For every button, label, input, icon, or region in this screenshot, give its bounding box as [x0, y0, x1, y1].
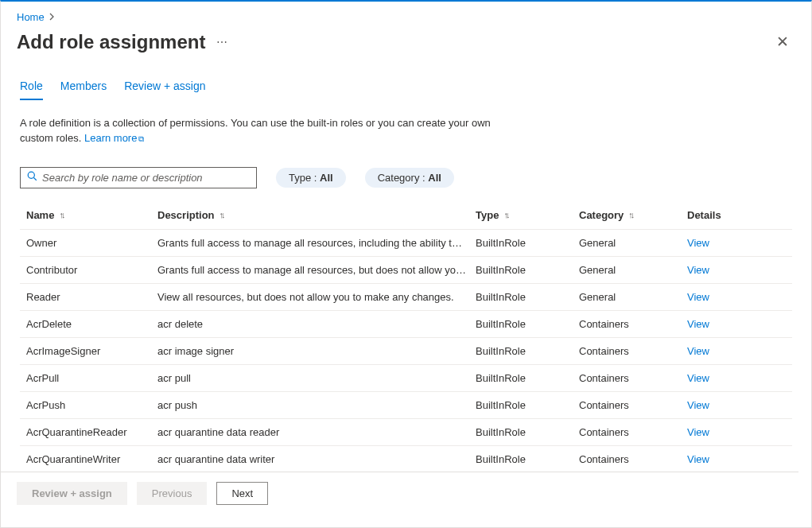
review-assign-button[interactable]: Review + assign: [17, 482, 127, 505]
role-category-cell: General: [579, 237, 687, 249]
column-header-description[interactable]: Description ↑↓: [157, 209, 476, 221]
role-name-cell: Contributor: [26, 264, 157, 276]
role-category-cell: Containers: [579, 345, 687, 357]
table-row[interactable]: OwnerGrants full access to manage all re…: [20, 230, 792, 257]
main-scroll-area[interactable]: Home Add role assignment ⋯ ✕ Role Member…: [1, 2, 811, 527]
role-name-cell: AcrPull: [26, 372, 157, 384]
role-category-cell: Containers: [579, 426, 687, 438]
filter-type-pill[interactable]: Type : All: [276, 168, 346, 188]
table-body: OwnerGrants full access to manage all re…: [20, 230, 792, 473]
role-name-cell: Owner: [26, 237, 157, 249]
role-name-cell: AcrQuarantineWriter: [26, 453, 157, 465]
page-header: Add role assignment ⋯ ✕: [1, 26, 811, 60]
col-type-label: Type: [476, 209, 499, 221]
role-type-cell: BuiltInRole: [476, 237, 579, 249]
column-header-category[interactable]: Category ↑↓: [579, 209, 687, 221]
tab-review-assign[interactable]: Review + assign: [124, 80, 205, 99]
filter-row: Type : All Category : All: [20, 167, 792, 188]
column-header-details: Details: [687, 209, 751, 221]
table-row[interactable]: ContributorGrants full access to manage …: [20, 257, 792, 284]
role-type-cell: BuiltInRole: [476, 372, 579, 384]
role-description-cell: acr image signer: [157, 345, 476, 357]
sort-icon: ↑↓: [59, 210, 63, 219]
role-type-cell: BuiltInRole: [476, 399, 579, 411]
view-details-link[interactable]: View: [687, 264, 709, 276]
role-category-cell: General: [579, 264, 687, 276]
role-type-cell: BuiltInRole: [476, 264, 579, 276]
view-details-link[interactable]: View: [687, 318, 709, 330]
learn-more-link[interactable]: Learn more⧉: [84, 132, 144, 144]
role-type-cell: BuiltInRole: [476, 291, 579, 303]
role-description-cell: acr pull: [157, 372, 476, 384]
previous-button[interactable]: Previous: [137, 482, 208, 505]
role-description-cell: acr quarantine data reader: [157, 426, 476, 438]
role-name-cell: AcrImageSigner: [26, 345, 157, 357]
filter-category-value: All: [428, 172, 441, 184]
tab-role[interactable]: Role: [20, 80, 43, 100]
role-description-cell: Grants full access to manage all resourc…: [157, 264, 476, 276]
role-name-cell: AcrQuarantineReader: [26, 426, 157, 438]
column-header-type[interactable]: Type ↑↓: [476, 209, 579, 221]
role-description-text: A role definition is a collection of per…: [20, 116, 497, 146]
external-link-icon: ⧉: [138, 134, 144, 143]
role-name-cell: AcrDelete: [26, 318, 157, 330]
view-details-link[interactable]: View: [687, 291, 709, 303]
table-row[interactable]: AcrDeleteacr deleteBuiltInRoleContainers…: [20, 311, 792, 338]
view-details-link[interactable]: View: [687, 426, 709, 438]
role-category-cell: Containers: [579, 453, 687, 465]
role-category-cell: Containers: [579, 399, 687, 411]
tab-bar: Role Members Review + assign: [20, 80, 792, 100]
sort-icon: ↑↓: [220, 210, 223, 219]
search-input[interactable]: [42, 172, 250, 184]
search-icon: [27, 171, 37, 184]
col-name-label: Name: [26, 209, 54, 221]
table-row[interactable]: AcrQuarantineWriteracr quarantine data w…: [20, 446, 792, 473]
col-category-label: Category: [579, 209, 624, 221]
breadcrumb-home-link[interactable]: Home: [17, 11, 45, 23]
view-details-link[interactable]: View: [687, 237, 709, 249]
next-button[interactable]: Next: [216, 482, 268, 505]
more-menu-icon[interactable]: ⋯: [216, 39, 229, 45]
filter-type-label: Type :: [289, 172, 320, 184]
table-row[interactable]: AcrQuarantineReaderacr quarantine data r…: [20, 419, 792, 446]
breadcrumb: Home: [1, 2, 811, 26]
page-title: Add role assignment: [17, 31, 205, 53]
role-description-cell: acr delete: [157, 318, 476, 330]
sort-icon: ↑↓: [503, 210, 507, 219]
filter-type-value: All: [320, 172, 333, 184]
role-name-cell: AcrPush: [26, 399, 157, 411]
role-category-cell: Containers: [579, 372, 687, 384]
role-type-cell: BuiltInRole: [476, 426, 579, 438]
tab-members[interactable]: Members: [60, 80, 107, 99]
col-details-label: Details: [687, 209, 721, 221]
search-box[interactable]: [20, 167, 257, 188]
role-category-cell: Containers: [579, 318, 687, 330]
role-type-cell: BuiltInRole: [476, 318, 579, 330]
role-description-cell: acr quarantine data writer: [157, 453, 476, 465]
view-details-link[interactable]: View: [687, 372, 709, 384]
view-details-link[interactable]: View: [687, 345, 709, 357]
table-header-row: Name ↑↓ Description ↑↓ Type ↑↓ Category …: [20, 201, 792, 230]
sort-icon: ↑↓: [628, 210, 632, 219]
column-header-name[interactable]: Name ↑↓: [26, 209, 157, 221]
role-category-cell: General: [579, 291, 687, 303]
svg-point-0: [28, 172, 34, 178]
filter-category-pill[interactable]: Category : All: [365, 168, 454, 188]
view-details-link[interactable]: View: [687, 399, 709, 411]
table-row[interactable]: AcrImageSigneracr image signerBuiltInRol…: [20, 338, 792, 365]
role-description-cell: View all resources, but does not allow y…: [157, 291, 476, 303]
table-row[interactable]: ReaderView all resources, but does not a…: [20, 284, 792, 311]
role-type-cell: BuiltInRole: [476, 453, 579, 465]
table-row[interactable]: AcrPullacr pullBuiltInRoleContainersView: [20, 365, 792, 392]
filter-category-label: Category :: [378, 172, 429, 184]
chevron-right-icon: [49, 13, 55, 22]
role-description-cell: acr push: [157, 399, 476, 411]
close-icon[interactable]: ✕: [770, 29, 795, 54]
role-type-cell: BuiltInRole: [476, 345, 579, 357]
role-name-cell: Reader: [26, 291, 157, 303]
footer-action-bar: Review + assign Previous Next: [1, 472, 798, 514]
role-description-cell: Grants full access to manage all resourc…: [157, 237, 476, 249]
table-row[interactable]: AcrPushacr pushBuiltInRoleContainersView: [20, 392, 792, 419]
roles-table: Name ↑↓ Description ↑↓ Type ↑↓ Category …: [20, 201, 792, 473]
view-details-link[interactable]: View: [687, 453, 709, 465]
